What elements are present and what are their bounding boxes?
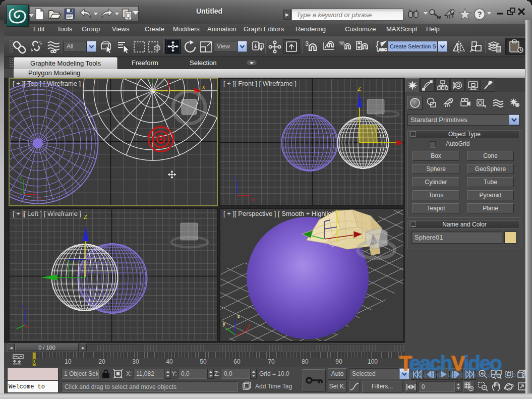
svg-text:3: 3 (305, 40, 309, 47)
svg-text:%: % (339, 40, 345, 47)
svg-text:x: x (38, 196, 41, 201)
svg-text:?: ? (478, 10, 482, 18)
svg-text:Z: Z (358, 86, 361, 92)
svg-text:y: y (223, 321, 225, 326)
svg-text:LEFT: LEFT (184, 230, 193, 234)
svg-text:y: y (20, 175, 22, 180)
svg-text:FRONT: FRONT (370, 105, 383, 108)
svg-text:x: x (202, 84, 205, 90)
svg-text:x: x (252, 197, 254, 202)
svg-text:z: z (238, 314, 240, 319)
svg-text:ABC: ABC (379, 47, 387, 52)
svg-text:z: z (233, 176, 236, 181)
svg-text:z: z (22, 304, 24, 309)
svg-text:Z: Z (84, 214, 87, 220)
